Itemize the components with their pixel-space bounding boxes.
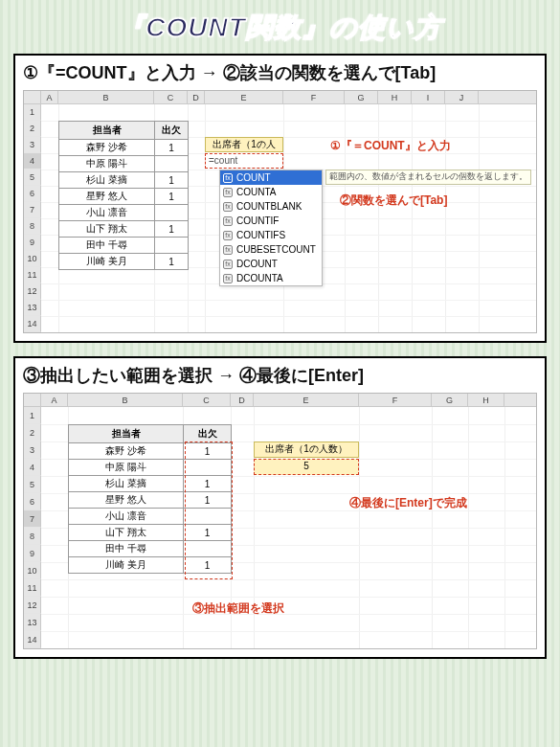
row-header-9[interactable]: 9	[24, 545, 41, 562]
row-header-10[interactable]: 10	[24, 562, 41, 579]
col-header-F[interactable]: F	[359, 394, 432, 406]
cell-name[interactable]: 山下 翔太	[69, 525, 184, 541]
col-header-A[interactable]: A	[41, 394, 68, 406]
autocomplete-item[interactable]: fxCUBESETCOUNT	[220, 242, 322, 257]
col-header-C[interactable]: C	[154, 91, 188, 103]
cell-attend[interactable]: 1	[155, 172, 189, 189]
autocomplete-item[interactable]: fxCOUNTA	[220, 185, 322, 199]
row-header-6[interactable]: 6	[24, 493, 41, 510]
col-header-D[interactable]: D	[231, 394, 254, 406]
fx-icon: fx	[223, 173, 233, 183]
result-header-cell[interactable]: 出席者（1の人数）	[254, 441, 359, 458]
cell-name[interactable]: 川崎 美月	[59, 254, 155, 270]
cell-name[interactable]: 中原 陽斗	[59, 156, 155, 172]
row-header-5[interactable]: 5	[24, 170, 41, 186]
cell-name[interactable]: 中原 陽斗	[69, 460, 184, 476]
col-header-G[interactable]: G	[345, 91, 378, 103]
col-header-B[interactable]: B	[58, 91, 154, 103]
autocomplete-item[interactable]: fxCOUNT	[220, 170, 322, 185]
col-header-C[interactable]: C	[183, 394, 231, 406]
row-header-11[interactable]: 11	[24, 267, 41, 283]
cell-attend[interactable]: 1	[184, 476, 232, 492]
autocomplete-item[interactable]: fxCOUNTBLANK	[220, 199, 322, 214]
row-header-7[interactable]: 7	[24, 510, 41, 528]
row-header-2[interactable]: 2	[24, 424, 41, 441]
cell-name[interactable]: 小山 凛音	[69, 509, 184, 525]
autocomplete-item[interactable]: fxDCOUNT	[220, 257, 322, 271]
autocomplete-item[interactable]: fxCOUNTIF	[220, 214, 322, 228]
cell-name[interactable]: 杉山 菜摘	[59, 172, 155, 189]
cell-attend[interactable]: 1	[155, 254, 189, 270]
row-header-4[interactable]: 4	[24, 459, 41, 476]
cell-attend[interactable]	[155, 205, 189, 221]
col-header-E[interactable]: E	[205, 91, 283, 103]
cell-name[interactable]: 山下 翔太	[59, 221, 155, 238]
row-header-8[interactable]: 8	[24, 528, 41, 545]
autocomplete-label: COUNTA	[236, 186, 276, 198]
cell-attend[interactable]	[155, 156, 189, 172]
col-header-E[interactable]: E	[254, 394, 359, 406]
row-header-12[interactable]: 12	[24, 597, 41, 614]
row-header-7[interactable]: 7	[24, 202, 41, 218]
cell-attend[interactable]: 1	[155, 140, 189, 156]
cell-attend[interactable]: 1	[184, 525, 232, 541]
row-header-2[interactable]: 2	[24, 121, 41, 137]
cell-attend[interactable]	[184, 460, 232, 476]
col-header-J[interactable]: J	[445, 91, 479, 103]
result-value-cell[interactable]: 5	[254, 459, 359, 475]
row-header-3[interactable]: 3	[24, 441, 41, 459]
row-header-1[interactable]: 1	[24, 104, 41, 121]
col-header-G[interactable]: G	[432, 394, 468, 406]
row-header-3[interactable]: 3	[24, 137, 41, 153]
col-header-B[interactable]: B	[68, 394, 183, 406]
cell-attend[interactable]: 1	[155, 189, 189, 205]
row-header-5[interactable]: 5	[24, 476, 41, 493]
autocomplete-item[interactable]: fxCOUNTIFS	[220, 228, 322, 242]
row-header-11[interactable]: 11	[24, 579, 41, 597]
corner-cell[interactable]	[24, 91, 41, 103]
data-table-2: 担当者 出欠 森野 沙希1中原 陽斗杉山 菜摘1星野 悠人1小山 凛音山下 翔太…	[68, 424, 232, 574]
cell-attend[interactable]	[184, 509, 232, 525]
result-header-cell[interactable]: 出席者（1の人数）	[205, 137, 283, 152]
row-header-6[interactable]: 6	[24, 186, 41, 202]
panel2-heading: ③抽出したい範囲を選択 → ④最後に[Enter]	[23, 364, 537, 387]
cell-name[interactable]: 星野 悠人	[69, 492, 184, 509]
cell-attend[interactable]: 1	[184, 492, 232, 509]
function-autocomplete[interactable]: fxCOUNTfxCOUNTAfxCOUNTBLANKfxCOUNTIFfxCO…	[219, 170, 323, 286]
cell-name[interactable]: 星野 悠人	[59, 189, 155, 205]
col-header-I[interactable]: I	[412, 91, 445, 103]
th-name: 担当者	[69, 425, 184, 443]
row-header-9[interactable]: 9	[24, 235, 41, 251]
cell-name[interactable]: 川崎 美月	[69, 557, 184, 574]
row-header-13[interactable]: 13	[24, 614, 41, 631]
spreadsheet-2: ABCDEFGH 1234567891011121314 担当者 出欠 森野 沙…	[23, 393, 537, 649]
col-header-H[interactable]: H	[468, 394, 504, 406]
cell-name[interactable]: 杉山 菜摘	[69, 476, 184, 492]
cell-attend[interactable]: 1	[184, 443, 232, 460]
col-header-A[interactable]: A	[41, 91, 58, 103]
cell-name[interactable]: 森野 沙希	[59, 140, 155, 156]
row-header-14[interactable]: 14	[24, 316, 41, 332]
cell-attend[interactable]: 1	[155, 221, 189, 238]
spreadsheet-1: ABCDEFGHIJ 1234567891011121314 担当者 出欠 森野…	[23, 90, 537, 333]
cell-attend[interactable]	[155, 238, 189, 254]
row-header-12[interactable]: 12	[24, 283, 41, 300]
col-header-F[interactable]: F	[283, 91, 345, 103]
cell-name[interactable]: 田中 千尋	[59, 238, 155, 254]
corner-cell[interactable]	[24, 394, 41, 406]
cell-attend[interactable]	[184, 541, 232, 557]
col-header-H[interactable]: H	[378, 91, 412, 103]
row-header-14[interactable]: 14	[24, 631, 41, 648]
cell-name[interactable]: 森野 沙希	[69, 443, 184, 460]
row-header-1[interactable]: 1	[24, 407, 41, 424]
row-header-8[interactable]: 8	[24, 218, 41, 235]
row-header-10[interactable]: 10	[24, 251, 41, 267]
cell-attend[interactable]: 1	[184, 557, 232, 574]
row-header-4[interactable]: 4	[24, 153, 41, 170]
cell-name[interactable]: 小山 凛音	[59, 205, 155, 221]
cell-name[interactable]: 田中 千尋	[69, 541, 184, 557]
autocomplete-item[interactable]: fxDCOUNTA	[220, 271, 322, 285]
row-header-13[interactable]: 13	[24, 300, 41, 316]
col-header-D[interactable]: D	[188, 91, 205, 103]
formula-edit-cell[interactable]: =count	[205, 153, 283, 169]
